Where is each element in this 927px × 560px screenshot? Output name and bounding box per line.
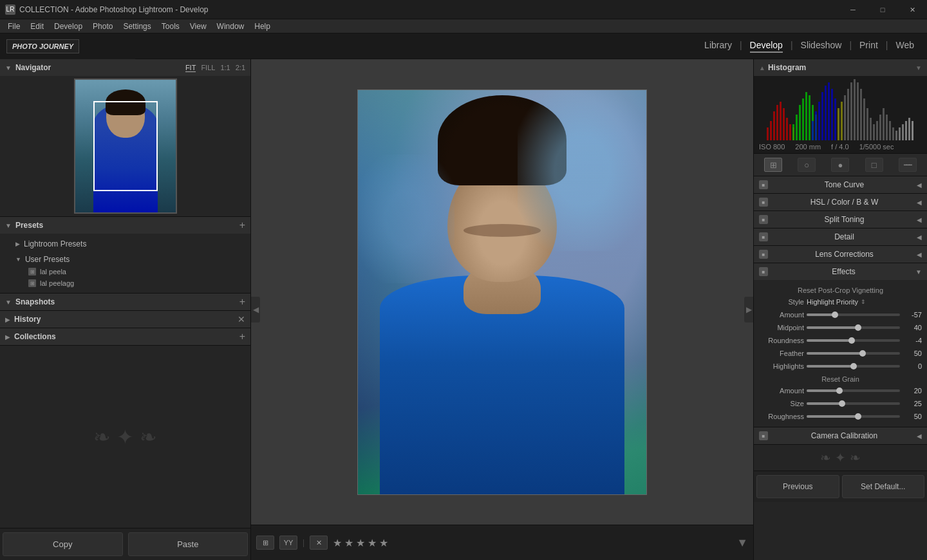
star-2[interactable]: ★ xyxy=(344,537,353,549)
roundness-slider[interactable] xyxy=(807,339,900,342)
menu-tools[interactable]: Tools xyxy=(156,19,185,33)
snapshots-header[interactable]: ▼ Snapshots + xyxy=(0,294,250,310)
preset-lal-peela[interactable]: ⊞ lal peela xyxy=(0,266,250,277)
presets-add-button[interactable]: + xyxy=(239,219,245,231)
histogram-label: Histogram xyxy=(768,63,913,72)
filmstrip-collapse-arrow[interactable]: ▼ xyxy=(736,536,748,550)
grid-tool-icon[interactable]: ⊞ xyxy=(764,158,782,172)
grain-roughness-value: 50 xyxy=(903,413,922,420)
tone-curve-header[interactable]: ■ Tone Curve ◀ xyxy=(754,176,927,193)
filmstrip-x-button[interactable]: ✕ xyxy=(310,536,328,550)
preset-group-user-header[interactable]: ▼ User Presets xyxy=(0,253,250,266)
copy-button[interactable]: Copy xyxy=(3,532,123,556)
slider-tool-icon[interactable]: ━━━ xyxy=(899,158,917,172)
menu-edit[interactable]: Edit xyxy=(25,19,49,33)
menu-help[interactable]: Help xyxy=(249,19,276,33)
menu-bar: File Edit Develop Photo Settings Tools V… xyxy=(0,19,927,33)
grain-label: Reset Grain xyxy=(756,373,924,384)
collections-header[interactable]: ▶ Collections + xyxy=(0,328,250,345)
star-5[interactable]: ★ xyxy=(379,537,388,549)
app-icon: LR xyxy=(5,5,15,15)
nav-2to1[interactable]: 2:1 xyxy=(236,64,245,72)
grain-amount-slider[interactable] xyxy=(807,389,900,392)
navigator-label: Navigator xyxy=(15,63,185,72)
dot-tool-icon[interactable]: ● xyxy=(831,158,849,172)
title-bar: LR COLLECTION - Adobe Photoshop Lightroo… xyxy=(0,0,927,19)
preset-group-lightroom-header[interactable]: ▶ Lightroom Presets xyxy=(0,238,250,250)
menu-file[interactable]: File xyxy=(3,19,25,33)
nav-fit[interactable]: FIT xyxy=(185,64,196,72)
nav-slideshow[interactable]: Slideshow xyxy=(801,40,842,53)
presets-label: Presets xyxy=(15,221,239,230)
highlights-slider[interactable] xyxy=(807,365,900,368)
menu-settings[interactable]: Settings xyxy=(118,19,156,33)
nav-develop[interactable]: Develop xyxy=(750,40,783,53)
presets-header[interactable]: ▼ Presets + xyxy=(0,217,250,234)
svg-rect-26 xyxy=(841,102,843,140)
preset-group-user: ▼ User Presets ⊞ lal peela ⊞ lal peelagg xyxy=(0,252,250,290)
lens-corrections-header[interactable]: ■ Lens Corrections ◀ xyxy=(754,246,927,263)
detail-header[interactable]: ■ Detail ◀ xyxy=(754,229,927,245)
svg-rect-13 xyxy=(805,92,807,140)
history-header[interactable]: ▶ History ✕ xyxy=(0,311,250,328)
left-panel-collapse-button[interactable]: ◀ xyxy=(251,297,260,322)
presets-arrow: ▼ xyxy=(5,222,12,229)
menu-view[interactable]: View xyxy=(185,19,212,33)
star-1[interactable]: ★ xyxy=(333,537,342,549)
snapshots-label: Snapshots xyxy=(15,297,239,306)
highlights-value: 0 xyxy=(903,362,922,370)
amount-slider-1[interactable] xyxy=(807,313,900,316)
style-value[interactable]: Highlight Priority ⇕ xyxy=(807,298,922,306)
effects-header[interactable]: ■ Effects ▼ xyxy=(754,263,927,280)
tone-curve-icon: ■ xyxy=(759,180,768,189)
split-toning-header[interactable]: ■ Split Toning ◀ xyxy=(754,211,927,228)
menu-photo[interactable]: Photo xyxy=(88,19,118,33)
paste-button[interactable]: Paste xyxy=(128,532,248,556)
square-tool-icon[interactable]: □ xyxy=(865,158,883,172)
history-clear-button[interactable]: ✕ xyxy=(238,314,245,324)
close-button[interactable]: ✕ xyxy=(897,0,927,19)
svg-rect-12 xyxy=(802,98,804,140)
navigator-header[interactable]: ▼ Navigator FIT FILL 1:1 2:1 xyxy=(0,59,250,76)
star-4[interactable]: ★ xyxy=(368,537,377,549)
grain-roughness-slider[interactable] xyxy=(807,415,900,418)
filmstrip-view-button[interactable]: ⊞ xyxy=(256,536,274,550)
right-panel-collapse-button[interactable]: ▶ xyxy=(744,297,753,322)
camera-calibration-header[interactable]: ■ Camera Calibration ◀ xyxy=(754,427,927,444)
snapshots-add-button[interactable]: + xyxy=(239,296,245,308)
midpoint-slider[interactable] xyxy=(807,326,900,329)
star-3[interactable]: ★ xyxy=(356,537,365,549)
feather-slider[interactable] xyxy=(807,352,900,355)
main-photo xyxy=(357,89,647,495)
filmstrip-sort-button[interactable]: YY xyxy=(279,536,297,550)
svg-rect-18 xyxy=(815,111,817,140)
circle-tool-icon[interactable]: ○ xyxy=(798,158,816,172)
svg-rect-32 xyxy=(860,89,862,140)
svg-rect-23 xyxy=(831,89,833,140)
preset-lal-peelagg[interactable]: ⊞ lal peelagg xyxy=(0,277,250,289)
maximize-button[interactable]: □ xyxy=(868,0,897,19)
hsl-header[interactable]: ■ HSL / Color / B & W ◀ xyxy=(754,194,927,210)
grain-size-slider[interactable] xyxy=(807,402,900,405)
nav-library[interactable]: Library xyxy=(704,40,732,53)
window-controls[interactable]: ─ □ ✕ xyxy=(838,0,927,19)
collections-add-button[interactable]: + xyxy=(239,331,245,342)
preset-icon-1: ⊞ xyxy=(28,268,36,275)
histogram-aperture: f / 4.0 xyxy=(831,143,849,151)
photo-container xyxy=(251,59,753,525)
svg-rect-45 xyxy=(902,124,904,140)
nav-web[interactable]: Web xyxy=(895,40,914,53)
minimize-button[interactable]: ─ xyxy=(838,0,868,19)
left-panel: ▼ Navigator FIT FILL 1:1 2:1 xyxy=(0,59,251,560)
navigator-thumbnail xyxy=(74,79,177,214)
nav-fill[interactable]: FILL xyxy=(201,64,215,72)
nav-1to1[interactable]: 1:1 xyxy=(220,64,230,72)
menu-window[interactable]: Window xyxy=(212,19,250,33)
nav-print[interactable]: Print xyxy=(859,40,878,53)
previous-button[interactable]: Previous xyxy=(756,475,839,498)
histogram-header[interactable]: ▲ Histogram ▼ xyxy=(754,59,927,76)
set-default-button[interactable]: Set Default... xyxy=(842,475,925,498)
hsl-arrow: ◀ xyxy=(917,199,922,206)
menu-develop[interactable]: Develop xyxy=(49,19,88,33)
detail-label: Detail xyxy=(772,232,917,241)
